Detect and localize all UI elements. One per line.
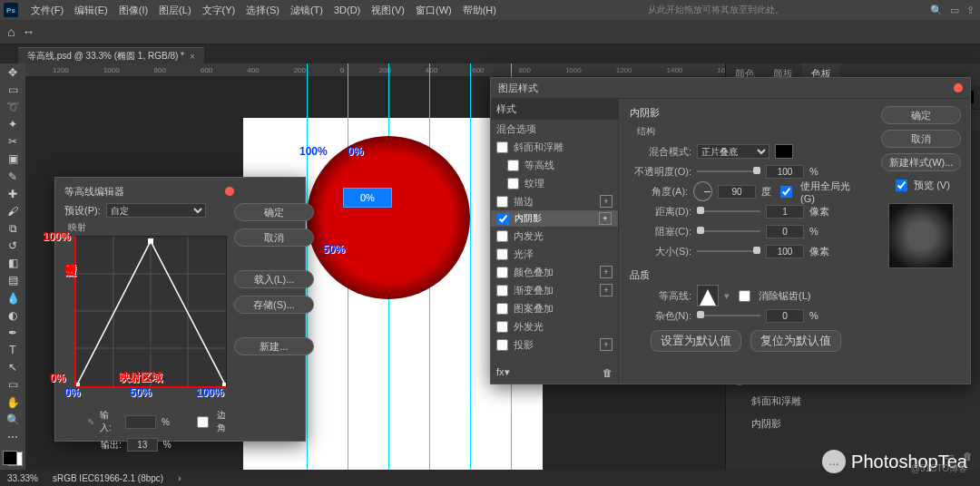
corner-check[interactable] [197,416,209,428]
blend-mode-select[interactable]: 正片叠底 [697,144,769,159]
history-item[interactable]: 内阴影 [733,415,973,433]
global-light-check[interactable] [780,186,792,198]
shape-tool[interactable]: ▭ [4,378,22,392]
choke-slider[interactable] [697,230,760,232]
search-icon[interactable]: 🔍 [930,5,943,16]
menu-filter[interactable]: 滤镜(T) [285,4,328,17]
angle-dial[interactable] [693,181,712,201]
color-swatch[interactable] [775,144,793,159]
style-gradient-overlay[interactable]: 渐变叠加+ [491,281,618,299]
more-tools[interactable]: ⋯ [4,430,22,443]
style-pattern-overlay[interactable]: 图案叠加 [491,299,618,317]
checkbox[interactable] [496,196,508,208]
reset-default-button[interactable]: 复位为默认值 [750,330,841,352]
arrow-icon[interactable]: ↔ [22,24,34,39]
checkbox[interactable] [496,285,508,296]
checkbox[interactable] [496,230,508,242]
hand-tool[interactable]: ✋ [4,395,22,409]
plus-icon[interactable]: + [600,284,612,296]
fg-bg-swatch[interactable] [3,451,23,466]
style-stroke[interactable]: 描边+ [491,192,618,210]
choke-input[interactable] [766,225,804,238]
chevron-right-icon[interactable]: › [178,473,181,483]
anti-alias-check[interactable] [739,290,750,302]
checkbox[interactable] [496,339,508,351]
distance-input[interactable] [766,205,804,219]
share-icon[interactable]: ⇪ [966,5,975,16]
menu-select[interactable]: 选择(S) [240,4,285,17]
cancel-button[interactable]: 取消 [234,228,314,247]
eraser-tool[interactable]: ◧ [4,257,22,270]
guide-line[interactable] [307,63,308,470]
close-icon[interactable] [954,83,963,92]
contour-picker[interactable] [697,285,719,306]
checkbox[interactable] [507,160,519,171]
plus-icon[interactable]: + [600,195,612,208]
menu-type[interactable]: 文字(Y) [197,4,241,17]
menu-image[interactable]: 图像(I) [113,4,153,17]
checkbox[interactable] [496,321,508,333]
stamp-tool[interactable]: ⧉ [4,221,22,235]
contour-editor-dialog[interactable]: 等高线编辑器 预设(P): 自定 映射 不透明度 [54,177,306,442]
style-outer-glow[interactable]: 外发光 [491,317,618,335]
heal-tool[interactable]: ✚ [4,187,22,200]
delete-icon[interactable]: 🗑 [963,451,973,462]
contour-graph[interactable] [75,236,227,387]
layer-style-dialog[interactable]: 图层样式 样式 混合选项 斜面和浮雕 等高线 纹理 描边+ 内阴影+ 内发光 光… [490,77,971,384]
opacity-input[interactable] [766,165,804,179]
make-default-button[interactable]: 设置为默认值 [651,330,741,352]
new-style-button[interactable]: 新建样式(W)... [881,153,961,171]
save-button[interactable]: 存储(S)... [234,296,314,314]
fx-icon[interactable]: fx▾ [496,366,510,378]
home-icon[interactable]: ⌂ [7,24,15,39]
new-button[interactable]: 新建... [234,337,314,355]
frame-tool[interactable]: ▣ [4,152,22,166]
output-value[interactable] [127,438,158,452]
pencil-icon[interactable]: ✎ [64,417,94,427]
move-tool[interactable]: ✥ [4,65,22,79]
checkbox[interactable] [496,248,508,260]
distance-slider[interactable] [697,210,760,212]
ok-button[interactable]: 确定 [881,106,961,124]
style-satin[interactable]: 光泽 [491,245,618,263]
wand-tool[interactable]: ✦ [4,117,22,131]
crop-tool[interactable]: ✂ [4,135,22,149]
menu-3d[interactable]: 3D(D) [328,5,366,15]
gradient-tool[interactable]: ▤ [4,274,22,287]
blur-tool[interactable]: 💧 [4,291,22,305]
ok-button[interactable]: 确定 [234,203,314,221]
brush-tool[interactable]: 🖌 [4,204,22,218]
menu-view[interactable]: 视图(V) [366,4,410,17]
menu-file[interactable]: 文件(F) [25,4,69,17]
menu-edit[interactable]: 编辑(E) [69,4,113,17]
zoom-level[interactable]: 33.33% [7,473,38,483]
style-texture[interactable]: 纹理 [491,174,618,192]
type-tool[interactable]: T [4,344,22,357]
pen-tool[interactable]: ✒ [4,326,22,339]
checkbox[interactable] [496,303,508,315]
eyedropper-tool[interactable]: ✎ [4,170,22,183]
checkbox[interactable] [497,213,509,225]
size-input[interactable] [766,245,804,258]
lasso-tool[interactable]: ➰ [4,100,22,113]
guide-line[interactable] [470,63,471,470]
new-snapshot-icon[interactable]: ▭ [945,451,954,462]
style-drop-shadow[interactable]: 投影+ [491,335,618,354]
workspace-icon[interactable]: ▭ [950,5,959,16]
dodge-tool[interactable]: ◐ [4,308,22,322]
menu-help[interactable]: 帮助(H) [457,4,502,17]
menu-layer[interactable]: 图层(L) [153,4,196,17]
style-inner-shadow[interactable]: 内阴影+ [491,210,618,227]
blending-options[interactable]: 混合选项 [491,120,618,138]
preview-check[interactable] [896,180,907,191]
history-item[interactable]: 斜面和浮雕 [733,393,973,410]
plus-icon[interactable]: + [600,266,612,278]
checkbox[interactable] [507,178,519,190]
marquee-tool[interactable]: ▭ [4,83,22,96]
style-contour[interactable]: 等高线 [491,156,618,174]
checkbox[interactable] [496,141,508,153]
document-tab[interactable]: 等高线.psd @ 33.3% (椭圆 1, RGB/8) * × [18,47,204,64]
style-bevel[interactable]: 斜面和浮雕 [491,138,618,156]
input-value[interactable] [125,415,156,429]
checkbox[interactable] [496,267,508,278]
